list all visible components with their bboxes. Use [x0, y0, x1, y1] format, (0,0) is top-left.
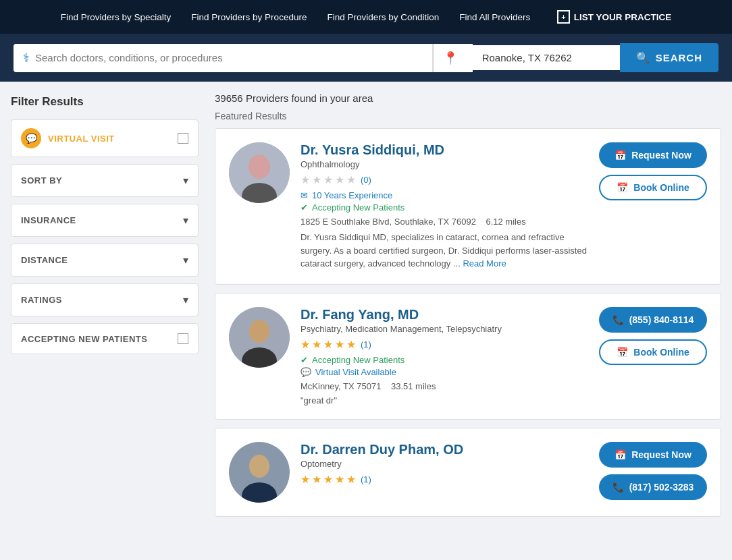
location-input[interactable] — [482, 52, 610, 63]
nav-procedure[interactable]: Find Providers by Procedure — [191, 12, 307, 22]
provider-avatar — [229, 307, 290, 368]
ratings-label: RATINGS — [21, 295, 62, 305]
phone-label: (855) 840-8114 — [629, 314, 694, 325]
phone-icon: 📞 — [612, 314, 624, 325]
accepting-text: Accepting New Patients — [312, 202, 404, 213]
star-1: ★ — [300, 173, 310, 186]
avatar-circle — [229, 442, 290, 503]
provider-info: Dr. Fang Yang, MD Psychiatry, Medication… — [300, 307, 588, 405]
book-online-button[interactable]: 📅 Book Online — [599, 339, 707, 365]
list-practice-icon: + — [557, 10, 569, 24]
star-5: ★ — [346, 173, 356, 186]
read-more-link[interactable]: Read More — [463, 258, 506, 269]
request-label: Request Now — [631, 449, 691, 460]
stethoscope-icon: ⚕ — [23, 51, 30, 65]
filter-title: Filter Results — [11, 95, 199, 109]
star-3: ★ — [323, 173, 333, 186]
provider-avatar — [229, 442, 290, 503]
virtual-badge: 💬 Virtual Visit Available — [300, 367, 588, 377]
location-input-section — [473, 45, 620, 70]
sort-by-label: SORT BY — [21, 175, 62, 186]
search-input[interactable] — [35, 52, 423, 63]
provider-name[interactable]: Dr. Darren Duy Pham, OD — [300, 442, 588, 457]
search-bar: ⚕ 📍 🔍 SEARCH — [0, 34, 732, 82]
provider-avatar — [229, 142, 290, 203]
provider-card: Dr. Fang Yang, MD Psychiatry, Medication… — [215, 293, 721, 420]
provider-actions: 📞 (855) 840-8114 📅 Book Online — [599, 307, 707, 365]
provider-specialty: Optometry — [300, 459, 588, 469]
virtual-visit-filter[interactable]: 💬 VIRTUAL VISIT — [11, 119, 199, 157]
phone-button[interactable]: 📞 (855) 840-8114 — [599, 307, 707, 333]
star-rating: ★ ★ ★ ★ ★ (0) — [300, 173, 588, 186]
check-icon: ✔ — [300, 355, 308, 365]
search-button[interactable]: 🔍 SEARCH — [620, 43, 718, 72]
address-text: McKinney, TX 75071 — [300, 381, 381, 391]
phone-label: (817) 502-3283 — [629, 482, 694, 493]
accepting-filter[interactable]: ACCEPTING NEW PATIENTS — [11, 323, 199, 354]
rating-count: (1) — [361, 339, 371, 349]
provider-card: Dr. Darren Duy Pham, OD Optometry ★ ★ ★ … — [215, 428, 721, 517]
nav-specialty[interactable]: Find Providers by Specialty — [61, 12, 172, 22]
accepting-checkbox[interactable] — [178, 333, 188, 344]
svg-point-7 — [249, 455, 269, 478]
sort-by-chevron: ▾ — [183, 174, 188, 187]
book-online-button[interactable]: 📅 Book Online — [599, 175, 707, 200]
star-rating: ★ ★ ★ ★ ★ (1) — [300, 338, 588, 351]
search-icon: 🔍 — [636, 51, 650, 64]
star-3: ★ — [323, 473, 333, 486]
book-icon: 📅 — [617, 347, 628, 358]
book-icon: 📅 — [617, 182, 628, 193]
star-1: ★ — [300, 338, 310, 351]
sort-by-filter[interactable]: SORT BY ▾ — [11, 164, 199, 197]
provider-card: Dr. Yusra Siddiqui, MD Ophthalmology ★ ★… — [215, 128, 721, 285]
list-practice-link[interactable]: + LIST YOUR PRACTICE — [557, 10, 671, 24]
avatar-circle — [229, 142, 290, 203]
nav-condition[interactable]: Find Providers by Condition — [327, 12, 439, 22]
provider-name[interactable]: Dr. Fang Yang, MD — [300, 307, 588, 323]
star-rating: ★ ★ ★ ★ ★ (1) — [300, 473, 588, 486]
provider-name[interactable]: Dr. Yusra Siddiqui, MD — [300, 142, 588, 158]
star-1: ★ — [300, 473, 310, 486]
phone-button[interactable]: 📞 (817) 502-3283 — [599, 474, 707, 500]
request-now-button[interactable]: 📅 Request Now — [599, 142, 707, 168]
calendar-icon: 📅 — [615, 449, 626, 460]
request-now-button[interactable]: 📅 Request Now — [599, 442, 707, 468]
distance-chevron: ▾ — [183, 254, 188, 267]
search-button-label: SEARCH — [656, 52, 702, 63]
sidebar: Filter Results 💬 VIRTUAL VISIT SORT BY ▾… — [0, 82, 209, 374]
distance-text: 6.12 miles — [486, 217, 525, 227]
virtual-visit-left: 💬 VIRTUAL VISIT — [21, 128, 115, 148]
book-label: Book Online — [633, 347, 689, 358]
distance-label: DISTANCE — [21, 255, 68, 265]
distance-filter[interactable]: DISTANCE ▾ — [11, 244, 199, 277]
ratings-filter[interactable]: RATINGS ▾ — [11, 283, 199, 316]
virtual-visit-checkbox[interactable] — [178, 133, 188, 144]
book-label: Book Online — [633, 182, 689, 193]
phone-icon: 📞 — [612, 482, 624, 493]
virtual-icon: 💬 — [300, 367, 311, 377]
provider-actions: 📅 Request Now 📅 Book Online — [599, 142, 707, 200]
ratings-chevron: ▾ — [183, 293, 188, 306]
rating-count: (0) — [361, 175, 371, 185]
provider-specialty: Psychiatry, Medication Management, Telep… — [300, 324, 588, 334]
list-practice-label: LIST YOUR PRACTICE — [574, 12, 672, 22]
star-2: ★ — [312, 338, 321, 351]
star-4: ★ — [335, 173, 344, 186]
virtual-text: Virtual Visit Available — [315, 367, 396, 377]
provider-address: 1825 E Southlake Blvd, Southlake, TX 760… — [300, 217, 588, 227]
virtual-visit-icon: 💬 — [21, 128, 41, 148]
provider-badges: ✔ Accepting New Patients 💬 Virtual Visit… — [300, 355, 588, 377]
calendar-icon: 📅 — [615, 150, 626, 161]
avatar-circle — [229, 307, 290, 368]
experience-badge: ✉ 10 Years Experience — [300, 190, 588, 200]
desc-text: Dr. Yusra Siddiqui MD, specializes in ca… — [300, 232, 587, 269]
insurance-label: INSURANCE — [21, 215, 76, 225]
accepting-text: Accepting New Patients — [312, 355, 404, 365]
check-icon: ✔ — [300, 202, 308, 213]
nav-all-providers[interactable]: Find All Providers — [459, 12, 530, 22]
provider-actions: 📅 Request Now 📞 (817) 502-3283 — [599, 442, 707, 500]
star-4: ★ — [335, 473, 344, 486]
distance-text: 33.51 miles — [391, 381, 436, 391]
star-5: ★ — [346, 338, 356, 351]
insurance-filter[interactable]: INSURANCE ▾ — [11, 204, 199, 237]
